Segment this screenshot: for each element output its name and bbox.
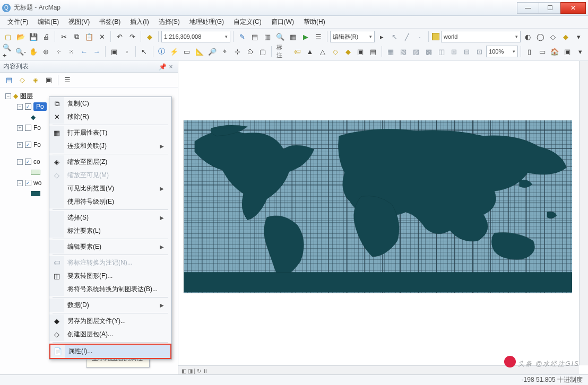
context-menu-item[interactable]: ⧉复制(C)	[49, 97, 171, 110]
edit-line-icon[interactable]: ╱	[401, 31, 413, 42]
layer-checkbox[interactable]: ✓	[25, 180, 31, 186]
context-menu-item[interactable]: 使用符号级别(E)	[49, 195, 171, 208]
context-menu-item[interactable]: 将符号系统转换为制图表达(B)...	[49, 283, 171, 296]
context-menu-item[interactable]: 选择(S)▶	[49, 211, 171, 224]
hyperlink-icon[interactable]: ⚡	[168, 46, 180, 57]
geo-2-icon[interactable]: ▧	[397, 46, 409, 57]
copy-icon[interactable]: ⧉	[71, 31, 82, 42]
delete-icon[interactable]: ✕	[96, 31, 108, 42]
editor-combo[interactable]: 编辑器(R)	[330, 31, 375, 42]
next-extent-icon[interactable]: →	[91, 46, 102, 57]
layer-label[interactable]: Po	[33, 102, 47, 111]
toc-icon[interactable]: ▤	[249, 31, 261, 42]
clear-selection-icon[interactable]: ▫	[121, 46, 133, 57]
context-menu-item[interactable]: 连接和关联(J)▶	[49, 139, 171, 153]
menu-edit[interactable]: 编辑(E)	[33, 16, 63, 28]
undo-icon[interactable]: ↶	[114, 31, 125, 42]
menu-window[interactable]: 窗口(W)	[267, 16, 298, 28]
fixed-zoomin-icon[interactable]: ⁘	[53, 46, 65, 57]
geo-7-icon[interactable]: ⊟	[461, 46, 472, 57]
label-manager-icon[interactable]: 🏷	[291, 46, 303, 57]
layer-checkbox[interactable]	[25, 125, 31, 131]
geo-6-icon[interactable]: ⊞	[448, 46, 460, 57]
layout-zoom-combo[interactable]: 100%	[486, 46, 518, 57]
model-icon[interactable]: ☰	[313, 31, 324, 42]
expander-icon[interactable]: −	[17, 104, 23, 110]
menu-help[interactable]: 帮助(H)	[299, 16, 330, 28]
full-extent-icon[interactable]: ⊕	[40, 46, 52, 57]
menu-customize[interactable]: 自定义(C)	[229, 16, 266, 28]
fixed-zoomout-icon[interactable]: ⁙	[65, 46, 77, 57]
layer-checkbox[interactable]: ✓	[25, 159, 31, 165]
zoom-out-icon[interactable]: 🔍-	[15, 46, 27, 57]
expander-icon[interactable]: −	[17, 180, 23, 186]
label-lock-icon[interactable]: ◇	[330, 46, 341, 57]
layer-checkbox[interactable]: ✓	[25, 142, 31, 148]
find-icon[interactable]: 🔎	[206, 46, 218, 57]
label-priority-icon[interactable]: ▲	[304, 46, 316, 57]
effect-1-icon[interactable]: ◐	[522, 31, 533, 42]
map-scrollbar-vertical[interactable]	[579, 61, 588, 365]
effect-3-icon[interactable]: ◇	[547, 31, 559, 42]
python-icon[interactable]: ▶	[300, 31, 312, 42]
menu-bookmarks[interactable]: 书签(B)	[95, 16, 125, 28]
layer-label[interactable]: wo	[33, 179, 41, 187]
menu-file[interactable]: 文件(F)	[3, 16, 32, 28]
viewer-window-icon[interactable]: ▢	[257, 46, 269, 57]
expander-icon[interactable]: −	[17, 159, 23, 165]
toc-pin-icon[interactable]: 📌	[159, 63, 166, 71]
context-menu-item[interactable]: 📄属性(I)...	[49, 344, 171, 359]
search-icon[interactable]: 🔍	[274, 31, 286, 42]
menu-view[interactable]: 视图(V)	[64, 16, 94, 28]
layer-checkbox[interactable]: ✓	[25, 103, 31, 110]
catalog-icon[interactable]: ▥	[262, 31, 273, 42]
find-route-icon[interactable]: ⌖	[219, 46, 231, 57]
zoom-in-icon[interactable]: 🔍+	[2, 46, 14, 57]
measure-icon[interactable]: 📐	[194, 46, 205, 57]
paste-icon[interactable]: 📋	[83, 31, 95, 42]
layer-combo[interactable]: world	[441, 31, 521, 42]
context-menu-item[interactable]: 标注要素(L)	[49, 224, 171, 238]
effect-5-icon[interactable]: ▾	[573, 31, 584, 42]
menu-insert[interactable]: 插入(I)	[126, 16, 153, 28]
geo-8-icon[interactable]: ⊡	[473, 46, 485, 57]
expander-icon[interactable]: +	[17, 125, 23, 131]
prev-extent-icon[interactable]: ←	[78, 46, 90, 57]
editor-tool-icon[interactable]: ✎	[236, 31, 248, 42]
expander-icon[interactable]: −	[5, 93, 11, 99]
layer-label[interactable]: Fo	[33, 141, 41, 148]
select-elements-icon[interactable]: ↖	[139, 46, 150, 57]
print-icon[interactable]: 🖨	[40, 31, 52, 42]
list-by-select-icon[interactable]: ▣	[43, 74, 55, 86]
list-by-draw-icon[interactable]: ▤	[3, 74, 15, 86]
effect-4-icon[interactable]: ◆	[560, 31, 572, 42]
goto-xy-icon[interactable]: ⊹	[232, 46, 244, 57]
label-abc-icon[interactable]: ▤	[367, 46, 379, 57]
pan-icon[interactable]: ✋	[28, 46, 39, 57]
add-data-icon[interactable]: ◆	[144, 31, 155, 42]
layout-1-icon[interactable]: ▯	[524, 46, 535, 57]
map-canvas[interactable]	[184, 120, 572, 293]
layout-5-icon[interactable]: ▾	[574, 46, 586, 57]
edit-point-icon[interactable]: ·	[414, 31, 426, 42]
layout-3-icon[interactable]: 🏠	[549, 46, 561, 57]
toc-options-icon[interactable]: ☰	[62, 74, 73, 86]
maximize-button[interactable]: ☐	[539, 2, 561, 14]
label-weight-icon[interactable]: △	[317, 46, 328, 57]
edit-tool-icon[interactable]: ↖	[388, 31, 400, 42]
label-view-icon[interactable]: ▣	[354, 46, 366, 57]
geo-1-icon[interactable]: ▦	[385, 46, 396, 57]
new-file-icon[interactable]: ▢	[2, 31, 14, 42]
minimize-button[interactable]: —	[517, 2, 539, 14]
list-by-visible-icon[interactable]: ◈	[30, 74, 41, 86]
select-features-icon[interactable]: ▣	[108, 46, 120, 57]
context-menu-item[interactable]: 可见比例范围(V)▶	[49, 182, 171, 195]
context-menu-item[interactable]: ◫要素转图形(F)...	[49, 269, 171, 283]
list-by-source-icon[interactable]: ◇	[16, 74, 28, 86]
layer-label[interactable]: Fo	[33, 124, 41, 132]
tool-icon[interactable]: ▦	[287, 31, 299, 42]
geo-3-icon[interactable]: ▨	[410, 46, 422, 57]
context-menu-item[interactable]: ▦打开属性表(T)	[49, 126, 171, 139]
layer-label[interactable]: co	[33, 158, 40, 165]
context-menu-item[interactable]: 编辑要素(E)▶	[49, 240, 171, 253]
